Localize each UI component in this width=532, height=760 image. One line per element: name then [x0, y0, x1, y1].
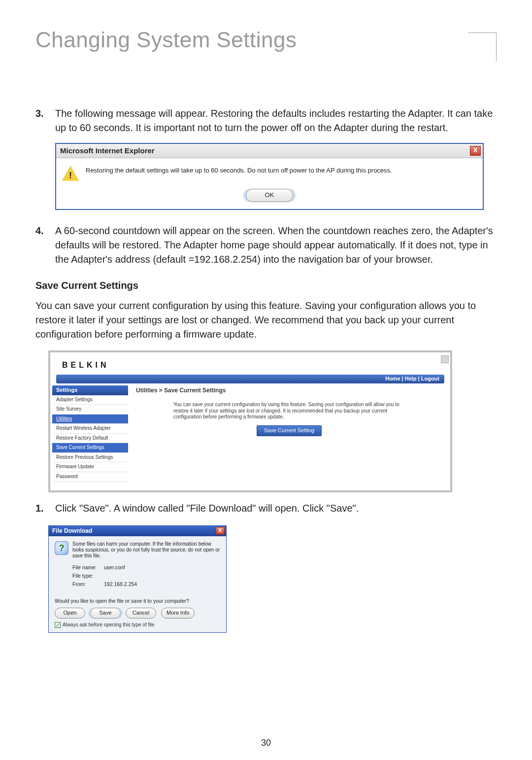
step-text: Click "Save". A window called "File Down… — [55, 503, 359, 514]
file-type-label: File type: — [72, 572, 104, 580]
question-icon: ? — [55, 541, 68, 555]
dialog-title: Microsoft Internet Explorer — [60, 145, 155, 156]
file-details: File name:user.conf File type: From:192.… — [72, 564, 220, 588]
file-name-label: File name: — [72, 564, 104, 571]
close-icon[interactable]: X — [470, 146, 481, 156]
step-text: The following message will appear. Resto… — [55, 108, 493, 133]
checkbox-icon[interactable]: ✓ — [55, 622, 61, 628]
top-nav-bar: Home | Help | Logout — [56, 375, 444, 383]
step-number: 3. — [35, 106, 44, 121]
dialog-message: Restoring the default settings will take… — [86, 166, 392, 175]
open-save-prompt: Would you like to open the file or save … — [55, 597, 220, 605]
dialog-button-row: Open Save Cancel More Info — [55, 608, 220, 619]
sidebar-item-restore-previous[interactable]: Restore Previous Settings — [52, 453, 128, 463]
file-download-dialog: File Download X ? Some files can harm yo… — [48, 525, 227, 633]
main-panel: Utilities > Save Current Settings You ca… — [128, 383, 450, 482]
open-button[interactable]: Open — [55, 608, 85, 619]
save-button[interactable]: Save — [90, 608, 121, 619]
step-text: A 60-second countdown will appear on the… — [55, 225, 493, 265]
ok-button[interactable]: OK — [246, 189, 293, 202]
belkin-logo: BELKIN — [50, 352, 450, 374]
sidebar-item-restart[interactable]: Restart Wireless Adapter — [52, 424, 128, 434]
sidebar-header: Settings — [52, 385, 128, 395]
from-value: 192.168.2.254 — [104, 581, 137, 587]
sidebar-item-utilities[interactable]: Utilities — [52, 415, 128, 424]
step-1-save: 1. Click "Save". A window called "File D… — [35, 501, 497, 516]
sidebar-item-save-current[interactable]: Save Current Settings — [52, 443, 128, 453]
step-number: 1. — [35, 501, 44, 516]
page-number: 30 — [0, 738, 532, 748]
breadcrumb: Utilities > Save Current Settings — [136, 386, 442, 395]
sidebar-item-site-survey[interactable]: Site Survey — [52, 405, 128, 415]
sidebar-item-firmware[interactable]: Firmware Update — [52, 462, 128, 472]
security-warning-text: Some files can harm your computer. If th… — [72, 541, 220, 559]
checkbox-label: Always ask before opening this type of f… — [63, 622, 154, 629]
section-heading: Save Current Settings — [35, 278, 497, 293]
close-icon[interactable]: X — [216, 527, 225, 535]
from-label: From: — [72, 581, 104, 588]
page-title: Changing System Settings — [35, 28, 497, 52]
belkin-admin-screenshot: BELKIN Home | Help | Logout Settings Ada… — [48, 350, 452, 492]
body-content: 3. The following message will appear. Re… — [35, 106, 497, 633]
document-page: Changing System Settings 3. The followin… — [0, 0, 532, 760]
sidebar-item-restore-default[interactable]: Restore Factory Default — [52, 434, 128, 444]
sidebar-item-adapter-settings[interactable]: Adapter Settings — [52, 395, 128, 405]
dialog-titlebar: File Download X — [49, 526, 226, 536]
save-current-setting-button[interactable]: Save Current Setting — [257, 425, 322, 436]
dialog-button-row: OK — [56, 183, 483, 209]
step-number: 4. — [35, 224, 44, 238]
sidebar-item-password[interactable]: Password — [52, 472, 128, 482]
dialog-title: File Download — [52, 527, 92, 535]
file-name-value: user.conf — [104, 564, 125, 570]
always-ask-checkbox[interactable]: ✓ Always ask before opening this type of… — [55, 622, 220, 629]
scroll-up-icon[interactable] — [441, 355, 449, 363]
step-4: 4. A 60-second countdown will appear on … — [35, 224, 497, 267]
warning-icon: ! — [62, 166, 79, 181]
top-nav-links[interactable]: Home | Help | Logout — [385, 375, 439, 383]
ie-alert-dialog: Microsoft Internet Explorer X ! Restorin… — [55, 143, 484, 210]
panel-description: You can save your current configuration … — [173, 402, 405, 420]
dialog-titlebar: Microsoft Internet Explorer X — [56, 144, 483, 158]
sidebar: Settings Adapter Settings Site Survey Ut… — [50, 383, 128, 482]
step-3: 3. The following message will appear. Re… — [35, 106, 497, 210]
section-intro: You can save your current configuration … — [35, 299, 497, 342]
more-info-button[interactable]: More Info — [161, 608, 195, 619]
dialog-content: ! Restoring the default settings will ta… — [56, 158, 483, 183]
cancel-button[interactable]: Cancel — [126, 608, 156, 619]
